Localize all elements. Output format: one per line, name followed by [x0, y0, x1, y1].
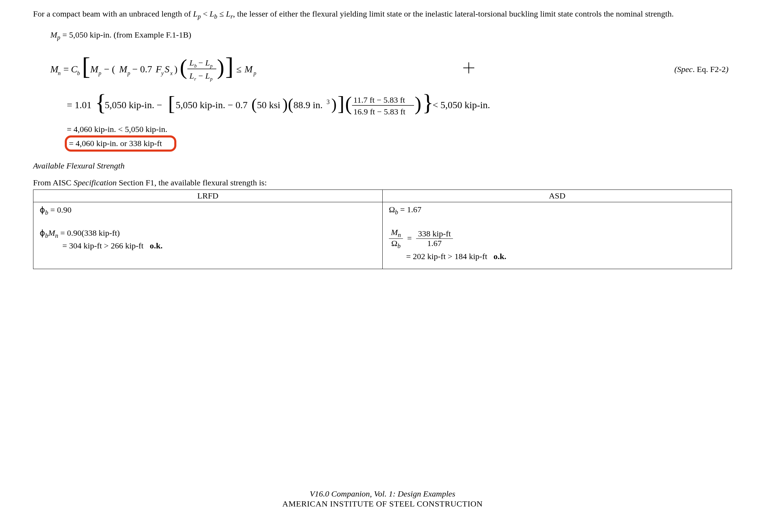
- svg-text:L: L: [189, 58, 194, 67]
- svg-text:n: n: [58, 70, 61, 76]
- svg-text:11.7 ft − 5.83 ft: 11.7 ft − 5.83 ft: [353, 95, 405, 104]
- final-result-highlight: = 4,060 kip-in. or 338 kip-ft: [65, 135, 176, 152]
- svg-text:(: (: [180, 55, 187, 79]
- svg-text:−: −: [198, 71, 203, 80]
- svg-text:88.9 in.: 88.9 in.: [293, 100, 323, 110]
- svg-text:b: b: [77, 70, 80, 76]
- svg-text:− 0.7: − 0.7: [132, 64, 152, 74]
- svg-text:y: y: [161, 70, 164, 76]
- svg-text:S: S: [165, 64, 169, 74]
- svg-text:5,050 kip-in. − 0.7: 5,050 kip-in. − 0.7: [176, 100, 248, 110]
- final-result-text: = 4,060 kip-in. or 338 kip-ft: [67, 139, 162, 148]
- equation-reference: (Spec. Eq. F2-2): [625, 65, 732, 74]
- svg-text:≤: ≤: [236, 64, 241, 74]
- svg-text:): ): [282, 95, 288, 113]
- svg-text:}: }: [422, 90, 434, 115]
- section-heading-available-flexural-strength: Available Flexural Strength: [33, 161, 732, 171]
- mp-value-line: Mp = 5,050 kip-in. (from Example F.1-1B): [50, 30, 732, 41]
- mn-numeric-substitution: = 1.01 { 5,050 kip-in. − [ 5,050 kip-in.…: [67, 90, 532, 121]
- footer-title-italic: V16.0 Companion, Vol. 1: Design Examples: [0, 489, 765, 499]
- svg-text:< 5,050 kip-in.: < 5,050 kip-in.: [433, 100, 490, 110]
- svg-text:p: p: [98, 70, 101, 76]
- available-strength-intro: From AISC Specification Section F1, the …: [33, 178, 732, 187]
- svg-text:5,050 kip-in. −: 5,050 kip-in. −: [105, 100, 162, 110]
- svg-text:L: L: [189, 71, 194, 80]
- svg-text:M: M: [119, 64, 128, 74]
- svg-text:b: b: [194, 63, 197, 69]
- svg-text:): ): [331, 95, 337, 113]
- svg-text:): ): [174, 64, 177, 74]
- svg-text:− (: − (: [104, 64, 115, 74]
- svg-text:[: [: [82, 52, 90, 80]
- svg-text:−: −: [198, 58, 203, 67]
- svg-text:16.9 ft − 5.83 ft: 16.9 ft − 5.83 ft: [353, 107, 405, 116]
- svg-text:p: p: [127, 70, 130, 76]
- svg-text:): ): [415, 92, 421, 115]
- svg-text:=: =: [63, 64, 69, 74]
- design-comparison-table: LRFD ASD ϕb = 0.90 ϕbMn = 0.90(338 kip-f…: [33, 190, 732, 269]
- intro-paragraph: For a compact beam with an unbraced leng…: [33, 8, 732, 21]
- svg-text:p: p: [253, 70, 256, 76]
- lrfd-cell: ϕb = 0.90 ϕbMn = 0.90(338 kip-ft) = 304 …: [33, 202, 383, 269]
- svg-text:(: (: [345, 92, 352, 115]
- svg-text:3: 3: [327, 99, 330, 105]
- asd-cell: Ωb = 1.67 Mn Ωb = 338 kip-ft 1.67 = 202 …: [383, 202, 732, 269]
- cursor-crosshair-icon: [312, 61, 625, 78]
- svg-text:[: [: [168, 92, 175, 115]
- svg-text:C: C: [71, 64, 77, 74]
- svg-text:M: M: [90, 64, 99, 74]
- table-header-lrfd: LRFD: [33, 190, 383, 202]
- svg-text:r: r: [194, 76, 196, 82]
- svg-text:(: (: [288, 95, 293, 113]
- svg-text:50 ksi: 50 ksi: [257, 100, 280, 110]
- svg-text:L: L: [205, 71, 210, 80]
- footer-publisher: AMERICAN INSTITUTE OF STEEL CONSTRUCTION: [0, 499, 765, 509]
- table-header-asd: ASD: [383, 190, 732, 202]
- page-footer: V16.0 Companion, Vol. 1: Design Examples…: [0, 489, 765, 509]
- svg-text:p: p: [210, 76, 213, 82]
- svg-text:]: ]: [225, 52, 234, 80]
- svg-text:]: ]: [338, 92, 344, 115]
- svg-text:x: x: [170, 70, 173, 76]
- mn-formula-equation: M n = C b [ M p − ( M p − 0.7 F y S x ) …: [50, 52, 312, 87]
- svg-text:p: p: [210, 63, 213, 69]
- svg-text:L: L: [205, 58, 210, 67]
- svg-text:M: M: [244, 64, 253, 74]
- svg-text:= 1.01: = 1.01: [67, 100, 92, 110]
- svg-text:(: (: [251, 95, 257, 113]
- result-comparison-line: = 4,060 kip-in. < 5,050 kip-in.: [67, 125, 732, 134]
- svg-text:): ): [217, 55, 224, 79]
